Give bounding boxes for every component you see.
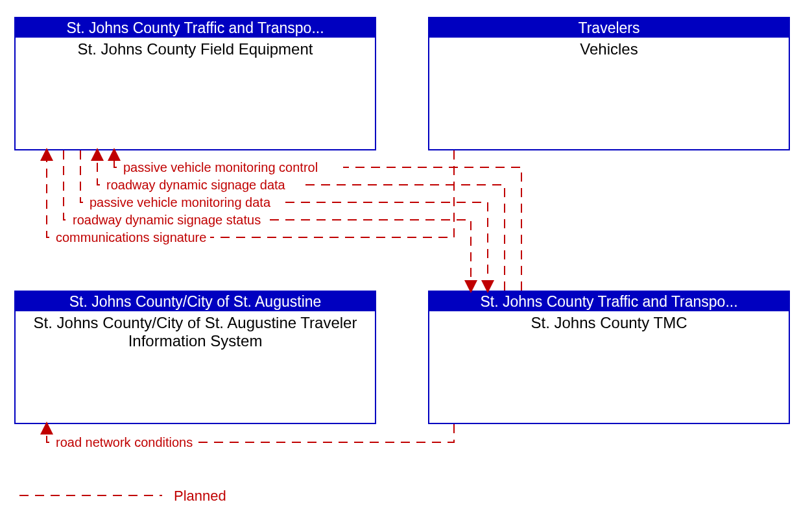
flow-label: roadway dynamic signage status <box>73 213 261 228</box>
flow-label: communications signature <box>56 230 206 245</box>
node-header: Travelers <box>429 18 789 38</box>
legend-planned-label: Planned <box>174 488 226 505</box>
node-tmc: St. Johns County Traffic and Transpo... … <box>428 291 790 424</box>
flow-label: passive vehicle monitoring data <box>90 195 270 210</box>
node-header: St. Johns County Traffic and Transpo... <box>429 292 789 311</box>
node-body: St. Johns County TMC <box>429 311 789 332</box>
flow-label: roadway dynamic signage data <box>106 178 285 193</box>
node-header: St. Johns County/City of St. Augustine <box>16 292 375 311</box>
node-vehicles: Travelers Vehicles <box>428 17 790 150</box>
node-body: St. Johns County/City of St. Augustine T… <box>16 311 375 350</box>
node-field-equipment: St. Johns County Traffic and Transpo... … <box>14 17 376 150</box>
node-header: St. Johns County Traffic and Transpo... <box>16 18 375 38</box>
node-body: Vehicles <box>429 38 789 58</box>
node-body: St. Johns County Field Equipment <box>16 38 375 58</box>
flow-label: road network conditions <box>56 435 193 450</box>
flow-label: passive vehicle monitoring control <box>123 160 318 175</box>
node-traveler-info: St. Johns County/City of St. Augustine S… <box>14 291 376 424</box>
diagram-canvas: St. Johns County Traffic and Transpo... … <box>0 0 812 524</box>
